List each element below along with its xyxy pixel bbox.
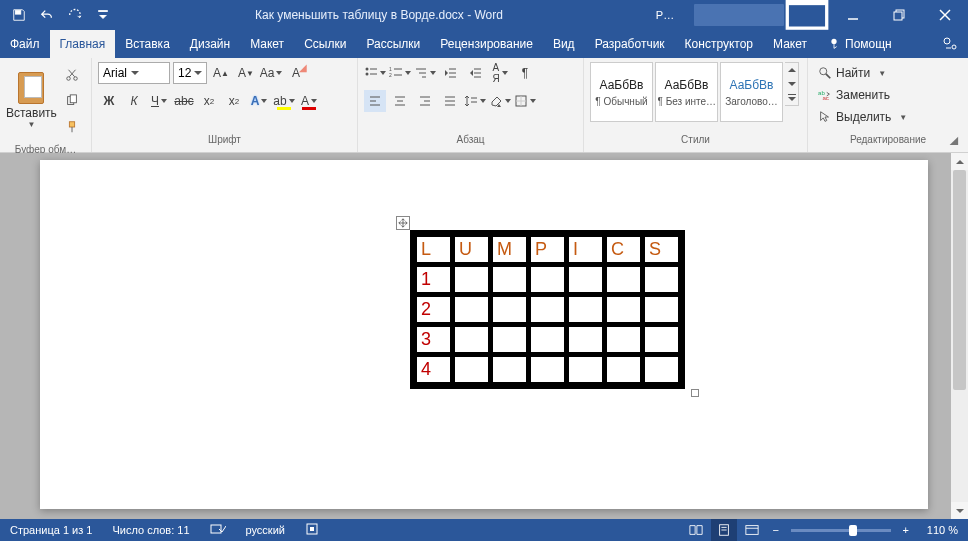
table-cell[interactable] xyxy=(492,296,527,323)
find-button[interactable]: Найти▼ xyxy=(814,62,890,84)
status-macro-icon[interactable] xyxy=(295,522,329,538)
table-header-row[interactable]: L U M P I C S xyxy=(416,236,679,263)
table-row[interactable]: 4 xyxy=(416,356,679,383)
styles-scroll-up[interactable] xyxy=(785,63,798,77)
multilevel-button[interactable] xyxy=(414,62,436,84)
numbering-button[interactable]: 12 xyxy=(389,62,411,84)
show-marks-button[interactable]: ¶ xyxy=(514,62,536,84)
table-cell[interactable] xyxy=(530,296,565,323)
strike-button[interactable]: abc xyxy=(173,90,195,112)
subscript-button[interactable]: x2 xyxy=(198,90,220,112)
replace-button[interactable]: abacЗаменить xyxy=(814,84,894,106)
tab-design[interactable]: Дизайн xyxy=(180,30,240,58)
zoom-level[interactable]: 110 % xyxy=(917,524,968,536)
web-layout-button[interactable] xyxy=(739,519,765,541)
table-cell[interactable] xyxy=(492,356,527,383)
table-cell[interactable] xyxy=(644,296,679,323)
document-page[interactable]: L U M P I C S 1 2 3 4 xyxy=(40,160,928,509)
cut-button[interactable] xyxy=(61,64,83,86)
shrink-font-button[interactable]: A▼ xyxy=(235,62,257,84)
indent-decrease-button[interactable] xyxy=(439,62,461,84)
superscript-button[interactable]: x2 xyxy=(223,90,245,112)
table-cell[interactable] xyxy=(606,266,641,293)
status-proofing-icon[interactable] xyxy=(200,522,236,538)
table-cell[interactable] xyxy=(454,296,489,323)
user-account[interactable]: Р… xyxy=(642,0,688,30)
read-mode-button[interactable] xyxy=(683,519,709,541)
table-cell[interactable] xyxy=(454,326,489,353)
table-cell[interactable]: I xyxy=(568,236,603,263)
minimize-button[interactable] xyxy=(830,0,876,30)
bullets-button[interactable] xyxy=(364,62,386,84)
table-cell[interactable] xyxy=(568,266,603,293)
table-cell[interactable] xyxy=(644,326,679,353)
styles-more-button[interactable] xyxy=(785,91,798,105)
change-case-button[interactable]: Aa xyxy=(260,62,282,84)
table-cell[interactable]: L xyxy=(416,236,451,263)
table-cell[interactable] xyxy=(454,356,489,383)
ribbon-options-button[interactable] xyxy=(784,0,830,30)
tab-table-layout[interactable]: Макет xyxy=(763,30,817,58)
scroll-up-button[interactable] xyxy=(951,153,968,170)
table-cell[interactable] xyxy=(492,266,527,293)
table-cell[interactable]: 3 xyxy=(416,326,451,353)
table-cell[interactable] xyxy=(606,326,641,353)
table-cell[interactable]: M xyxy=(492,236,527,263)
table-cell[interactable] xyxy=(530,266,565,293)
align-center-button[interactable] xyxy=(389,90,411,112)
align-left-button[interactable] xyxy=(364,90,386,112)
text-effects-button[interactable]: A xyxy=(248,90,270,112)
tab-review[interactable]: Рецензирование xyxy=(430,30,543,58)
zoom-slider-thumb[interactable] xyxy=(849,525,857,536)
close-button[interactable] xyxy=(922,0,968,30)
status-language[interactable]: русский xyxy=(236,524,295,536)
table-resize-handle[interactable] xyxy=(691,389,699,397)
zoom-slider[interactable] xyxy=(791,529,891,532)
tab-file[interactable]: Файл xyxy=(0,30,50,58)
align-right-button[interactable] xyxy=(414,90,436,112)
format-painter-button[interactable] xyxy=(61,116,83,138)
table-cell[interactable] xyxy=(568,356,603,383)
highlight-button[interactable]: ab xyxy=(273,90,295,112)
shading-button[interactable] xyxy=(489,90,511,112)
clear-format-button[interactable]: A◢ xyxy=(285,62,307,84)
tab-view[interactable]: Вид xyxy=(543,30,585,58)
table-cell[interactable]: S xyxy=(644,236,679,263)
zoom-out-button[interactable]: − xyxy=(767,524,785,536)
font-size-combo[interactable]: 12 xyxy=(173,62,207,84)
table-cell[interactable]: C xyxy=(606,236,641,263)
table-cell[interactable] xyxy=(492,326,527,353)
vertical-scrollbar[interactable] xyxy=(951,153,968,519)
table-cell[interactable]: 1 xyxy=(416,266,451,293)
tab-layout[interactable]: Макет xyxy=(240,30,294,58)
styles-scroll-down[interactable] xyxy=(785,77,798,91)
print-layout-button[interactable] xyxy=(711,519,737,541)
tab-insert[interactable]: Вставка xyxy=(115,30,180,58)
justify-button[interactable] xyxy=(439,90,461,112)
table-cell[interactable]: 4 xyxy=(416,356,451,383)
table-cell[interactable] xyxy=(530,356,565,383)
style-nospacing[interactable]: АаБбВв¶ Без инте… xyxy=(655,62,718,122)
status-words[interactable]: Число слов: 11 xyxy=(102,524,199,536)
font-color-button[interactable]: A xyxy=(298,90,320,112)
tab-mailings[interactable]: Рассылки xyxy=(356,30,430,58)
table-row[interactable]: 1 xyxy=(416,266,679,293)
paste-dropdown[interactable]: ▼ xyxy=(27,120,35,129)
font-name-combo[interactable]: Arial xyxy=(98,62,170,84)
underline-button[interactable]: Ч xyxy=(148,90,170,112)
table-move-handle[interactable] xyxy=(396,216,410,230)
table-cell[interactable] xyxy=(644,266,679,293)
tab-home[interactable]: Главная xyxy=(50,30,116,58)
style-normal[interactable]: АаБбВв¶ Обычный xyxy=(590,62,653,122)
scroll-thumb[interactable] xyxy=(953,170,966,390)
status-page[interactable]: Страница 1 из 1 xyxy=(0,524,102,536)
tab-table-design[interactable]: Конструктор xyxy=(675,30,763,58)
table-row[interactable]: 2 xyxy=(416,296,679,323)
indent-increase-button[interactable] xyxy=(464,62,486,84)
borders-button[interactable] xyxy=(514,90,536,112)
table-cell[interactable] xyxy=(644,356,679,383)
tab-developer[interactable]: Разработчик xyxy=(585,30,675,58)
table-cell[interactable]: 2 xyxy=(416,296,451,323)
save-button[interactable] xyxy=(6,2,32,28)
table-cell[interactable]: P xyxy=(530,236,565,263)
